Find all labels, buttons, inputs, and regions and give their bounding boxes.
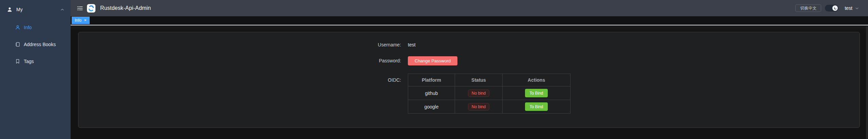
platform-cell: google xyxy=(408,100,455,114)
notebook-icon xyxy=(15,42,20,47)
actions-cell: To Bind xyxy=(503,86,571,100)
user-icon xyxy=(15,25,20,30)
chevron-up-icon xyxy=(60,7,65,12)
tab-label: Info xyxy=(75,18,82,23)
status-cell: No bind xyxy=(455,100,503,114)
toggle-knob xyxy=(832,5,838,11)
column-header-status: Status xyxy=(455,74,503,86)
language-switch-button[interactable]: 切换中文 xyxy=(795,4,821,12)
table-row-github: github No bind To Bind xyxy=(408,86,571,100)
status-cell: No bind xyxy=(455,86,503,100)
moon-icon xyxy=(833,6,837,10)
to-bind-button-github[interactable]: To Bind xyxy=(525,89,547,97)
sidebar-item-label: Address Books xyxy=(24,42,56,47)
user-info-card: Username: test Password: Change Password… xyxy=(78,32,860,128)
main-content: Username: test Password: Change Password… xyxy=(71,26,868,139)
change-password-button[interactable]: Change Password xyxy=(408,56,457,65)
user-menu[interactable]: test xyxy=(845,5,859,11)
password-row: Password: Change Password xyxy=(367,56,571,65)
username-label: Username: xyxy=(367,42,401,47)
sidebar-item-label: Info xyxy=(24,25,32,30)
dark-mode-toggle[interactable] xyxy=(825,5,838,12)
username-value: test xyxy=(408,42,416,47)
platform-cell: github xyxy=(408,86,455,100)
column-header-actions: Actions xyxy=(503,74,571,86)
sidebar-menu-label: My xyxy=(16,7,23,12)
actions-cell: To Bind xyxy=(503,100,571,114)
username-row: Username: test xyxy=(367,40,571,50)
sidebar-item-address-books[interactable]: Address Books xyxy=(0,36,71,53)
sidebar-menu-my[interactable]: My xyxy=(0,0,71,19)
current-username: test xyxy=(845,5,852,11)
header: Rustdesk-Api-Admin 切换中文 test xyxy=(71,0,868,16)
sidebar-item-label: Tags xyxy=(24,59,34,64)
oidc-row: OIDC: Platform Status Actions gi xyxy=(367,74,571,114)
user-filled-icon xyxy=(7,7,13,13)
header-right: 切换中文 test xyxy=(795,4,868,12)
sidebar: My Info Address Books Tags xyxy=(0,0,71,139)
status-badge: No bind xyxy=(468,103,489,111)
chevron-down-icon xyxy=(855,6,859,11)
user-info-form: Username: test Password: Change Password… xyxy=(367,32,571,114)
password-label: Password: xyxy=(367,58,401,63)
tab-close-icon[interactable]: ✕ xyxy=(84,19,87,22)
rustdesk-logo-icon xyxy=(87,4,95,13)
table-row-google: google No bind To Bind xyxy=(408,100,571,114)
sidebar-item-tags[interactable]: Tags xyxy=(0,53,71,70)
oidc-table-header-row: Platform Status Actions xyxy=(408,74,571,86)
status-badge: No bind xyxy=(468,90,489,97)
hamburger-icon[interactable] xyxy=(77,5,83,12)
oidc-table: Platform Status Actions github No bind xyxy=(408,74,571,114)
oidc-label: OIDC: xyxy=(367,74,401,86)
column-header-platform: Platform xyxy=(408,74,455,86)
bookmark-icon xyxy=(15,59,20,64)
to-bind-button-google[interactable]: To Bind xyxy=(525,102,547,111)
tab-info[interactable]: Info ✕ xyxy=(72,17,90,24)
sidebar-item-info[interactable]: Info xyxy=(0,19,71,36)
tabs-bar: Info ✕ xyxy=(71,16,868,25)
page-title: Rustdesk-Api-Admin xyxy=(100,5,151,11)
scrollbar[interactable] xyxy=(866,26,868,139)
